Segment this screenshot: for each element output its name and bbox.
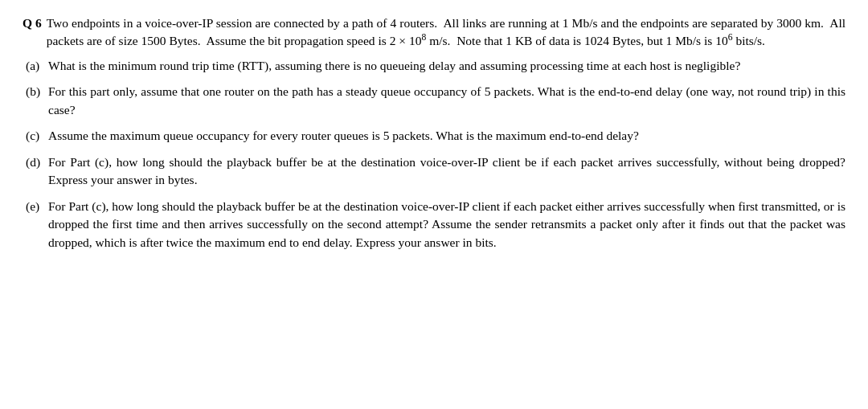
part-d: (d) For Part (c), how long should the pl… xyxy=(23,153,845,190)
question-label: Q 6 xyxy=(23,14,42,32)
part-c-text: Assume the maximum queue occupancy for e… xyxy=(48,127,845,145)
parts-list: (a) What is the minimum round trip time … xyxy=(23,57,845,252)
part-b: (b) For this part only, assume that one … xyxy=(23,83,845,119)
part-e: (e) For Part (c), how long should the pl… xyxy=(23,198,845,252)
part-a-label: (a) xyxy=(23,57,48,75)
part-c: (c) Assume the maximum queue occupancy f… xyxy=(23,127,845,145)
part-c-label: (c) xyxy=(23,127,48,145)
part-d-text: For Part (c), how long should the playba… xyxy=(48,153,845,190)
question-intro: Two endpoints in a voice-over-IP session… xyxy=(47,14,845,51)
part-d-label: (d) xyxy=(23,153,48,171)
question-header: Q 6 Two endpoints in a voice-over-IP ses… xyxy=(23,14,845,51)
question-block: Q 6 Two endpoints in a voice-over-IP ses… xyxy=(23,14,845,252)
part-a: (a) What is the minimum round trip time … xyxy=(23,57,845,75)
part-e-label: (e) xyxy=(23,198,48,215)
part-b-text: For this part only, assume that one rout… xyxy=(48,83,845,119)
part-b-label: (b) xyxy=(23,83,48,100)
part-e-text: For Part (c), how long should the playba… xyxy=(48,198,845,252)
part-a-text: What is the minimum round trip time (RTT… xyxy=(48,57,845,75)
